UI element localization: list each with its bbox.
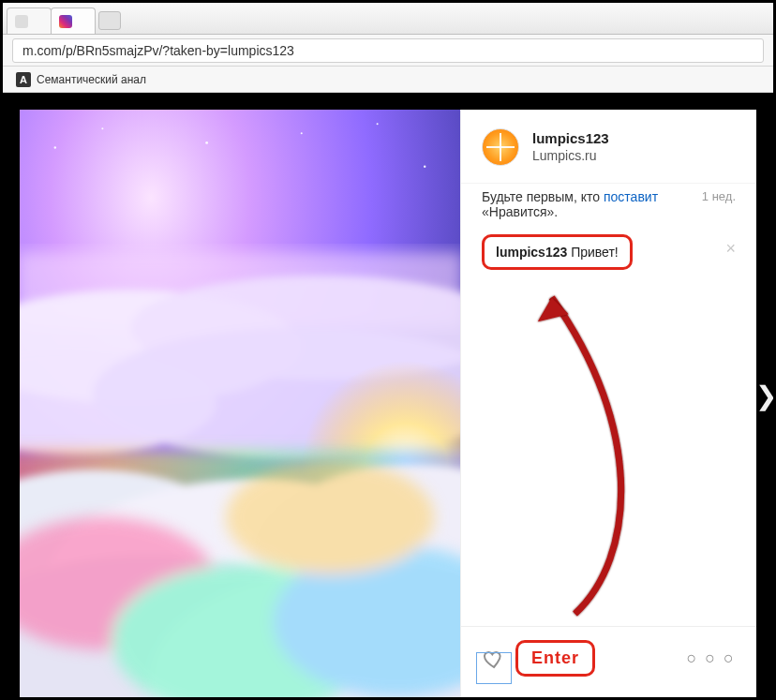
post-card: lumpics123 Lumpics.ru Будьте первым, кто… xyxy=(20,110,756,697)
post-header: lumpics123 Lumpics.ru xyxy=(461,110,756,183)
svg-point-19 xyxy=(205,141,208,144)
post-sidebar: lumpics123 Lumpics.ru Будьте первым, кто… xyxy=(460,110,756,697)
avatar[interactable] xyxy=(482,128,519,166)
comment-username[interactable]: lumpics123 xyxy=(496,245,567,260)
likes-text-prefix: Будьте первым, кто xyxy=(482,189,604,204)
browser-tab-active[interactable] xyxy=(51,7,96,34)
more-options-button[interactable]: ○ ○ ○ xyxy=(686,648,736,668)
address-bar: m.com/p/BRn5smajzPv/?taken-by=lumpics123 xyxy=(3,35,773,67)
post-photo[interactable] xyxy=(20,110,460,697)
svg-point-22 xyxy=(377,123,379,125)
annotation-enter-label: Enter xyxy=(515,640,595,677)
post-location[interactable]: Lumpics.ru xyxy=(532,148,609,165)
post-username[interactable]: lumpics123 xyxy=(532,130,609,148)
new-tab-button[interactable] xyxy=(98,11,121,30)
svg-point-21 xyxy=(424,165,425,167)
bookmark-label: Семантический анал xyxy=(37,73,146,86)
svg-point-20 xyxy=(301,132,303,134)
post-time: 1 нед. xyxy=(702,189,736,203)
likes-row: Будьте первым, кто поставит «Нравится». … xyxy=(461,183,756,227)
bookmark-favicon: A xyxy=(16,72,31,87)
comment-text: Привет! xyxy=(571,245,619,260)
instagram-icon xyxy=(59,15,72,28)
bookmark-item[interactable]: A Семантический анал xyxy=(10,70,152,89)
svg-point-17 xyxy=(54,146,56,148)
likes-text-suffix: «Нравится». xyxy=(482,204,558,219)
tab-favicon xyxy=(15,15,28,28)
like-button[interactable] xyxy=(482,647,506,671)
svg-point-18 xyxy=(101,127,103,129)
likes-link[interactable]: поставит xyxy=(604,189,658,204)
comments-area: lumpics123 Привет! × xyxy=(461,227,756,277)
page-viewport: lumpics123 Lumpics.ru Будьте первым, кто… xyxy=(3,93,773,697)
address-input[interactable]: m.com/p/BRn5smajzPv/?taken-by=lumpics123 xyxy=(12,38,764,63)
browser-tab-strip xyxy=(3,3,773,35)
compose-row: Добав ий… Enter ○ ○ ○ xyxy=(461,626,756,697)
delete-comment-icon[interactable]: × xyxy=(725,240,736,257)
bookmarks-bar: A Семантический анал xyxy=(3,67,773,93)
svg-point-16 xyxy=(226,460,434,573)
next-post-chevron[interactable]: ❯ xyxy=(755,380,773,410)
comment-highlight: lumpics123 Привет! xyxy=(482,234,633,270)
browser-tab[interactable] xyxy=(7,7,52,34)
